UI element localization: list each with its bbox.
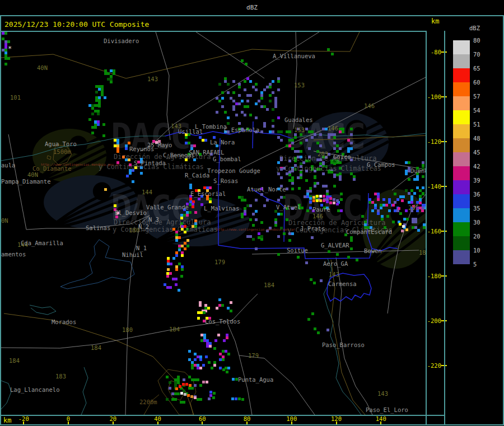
radar-echo-pixel (221, 91, 224, 94)
radar-echo-pixel (280, 139, 283, 142)
radar-echo-pixel (260, 91, 263, 94)
map-route-number: 146 (328, 125, 338, 132)
radar-echo-pixel (238, 94, 241, 97)
radar-echo-pixel (333, 185, 336, 188)
radar-echo-pixel (327, 48, 330, 51)
radar-echo-pixel (368, 201, 371, 204)
radar-echo-pixel (204, 304, 207, 307)
radar-echo-pixel (300, 133, 302, 136)
map-place-label: Goico (333, 154, 351, 160)
radar-echo-pixel (377, 212, 380, 215)
radar-echo-pixel (408, 192, 410, 195)
radar-echo-pixel (316, 199, 319, 202)
radar-echo-pixel (218, 298, 221, 301)
map-route-number: 18 (419, 250, 426, 256)
radar-echo-pixel (394, 193, 396, 195)
radar-map-canvas[interactable]: DACCDACCDACCDACC Dirección de Agricultur… (1, 31, 426, 415)
radar-echo-pixel (328, 250, 330, 253)
radar-echo-pixel (309, 197, 312, 200)
map-place-label: Paure (312, 207, 330, 213)
radar-echo-pixel (206, 345, 209, 348)
radar-echo-pixel (263, 125, 266, 128)
radar-echo-pixel (235, 397, 237, 400)
radar-echo-pixel (274, 102, 277, 105)
map-place-label: Cda_Amarilla (21, 240, 63, 246)
radar-echo-pixel (181, 268, 184, 271)
radar-echo-pixel (186, 214, 189, 217)
radar-echo-pixel (192, 205, 194, 208)
radar-echo-pixel (298, 187, 301, 190)
radar-echo-pixel (241, 216, 244, 218)
radar-echo-pixel (260, 193, 263, 196)
radar-echo-pixel (244, 114, 246, 116)
map-place-label: Carmensa (328, 281, 357, 287)
radar-echo-pixel (88, 118, 91, 121)
radar-echo-pixel (102, 123, 105, 126)
radar-echo-pixel (414, 221, 417, 223)
radar-echo-pixel (308, 147, 311, 150)
radar-echo-pixel (410, 195, 413, 198)
radar-echo-pixel (313, 282, 316, 284)
radar-echo-pixel (311, 236, 314, 239)
radar-echo-pixel (211, 367, 213, 369)
legend-color-swatch (453, 96, 470, 110)
radar-echo-pixel (399, 195, 402, 198)
radar-echo-pixel (232, 91, 235, 94)
radar-echo-pixel (269, 83, 272, 86)
map-route-number: 179 (214, 259, 225, 265)
radar-echo-pixel (212, 396, 215, 399)
radar-echo-pixel (179, 385, 181, 388)
radar-echo-pixel (226, 334, 228, 336)
radar-echo-pixel (238, 86, 241, 88)
radar-echo-pixel (218, 83, 221, 86)
radar-echo-pixel (326, 190, 329, 193)
radar-echo-pixel (333, 198, 335, 201)
radar-echo-pixel (7, 57, 10, 60)
map-place-label: J_Prats (300, 226, 325, 232)
radar-echo-pixel (392, 204, 395, 207)
radar-echo-pixel (175, 268, 178, 271)
radar-echo-pixel (249, 114, 252, 116)
radar-echo-pixel (322, 172, 325, 175)
map-place-label: Paso_Barroso (322, 342, 365, 348)
radar-echo-pixel (175, 283, 178, 286)
map-route-number: Co_Diamante (32, 166, 72, 172)
legend-value-label: 57 (473, 93, 480, 100)
radar-echo-pixel (194, 384, 197, 387)
map-place-label: Lag_Llancanelo (10, 387, 60, 393)
radar-echo-pixel (208, 361, 211, 364)
radar-echo-pixel (183, 378, 185, 381)
radar-echo-pixel (231, 397, 234, 400)
radar-echo-pixel (199, 301, 202, 304)
radar-echo-pixel (128, 142, 130, 144)
radar-echo-pixel (333, 147, 336, 150)
radar-echo-pixel (294, 133, 297, 136)
radar-echo-pixel (286, 130, 288, 133)
radar-echo-pixel (244, 88, 246, 91)
radar-echo-pixel (216, 307, 218, 310)
radar-echo-pixel (340, 209, 343, 212)
radar-echo-pixel (347, 256, 350, 259)
radar-echo-pixel (178, 245, 181, 247)
road-secondary-line (314, 135, 426, 140)
radar-echo-pixel (241, 199, 244, 202)
radar-echo-pixel (277, 80, 280, 83)
radar-echo-pixel (188, 376, 191, 378)
radar-echo-pixel (102, 134, 105, 137)
radar-echo-pixel (405, 172, 408, 175)
map-place-label: Guadales (284, 117, 313, 123)
road-primary-line (239, 355, 252, 415)
legend-color-swatch (453, 40, 470, 54)
radar-echo-pixel (328, 136, 330, 139)
radar-echo-pixel (300, 174, 302, 176)
radar-echo-pixel (244, 210, 246, 213)
legend-title: dBZ (469, 25, 480, 31)
radar-echo-pixel (244, 105, 246, 108)
radar-echo-pixel (255, 102, 258, 105)
legend-value-label: 65 (473, 65, 480, 72)
radar-echo-pixel (266, 86, 269, 88)
radar-echo-pixel (97, 120, 100, 123)
map-place-label: El_Desvio (115, 210, 147, 216)
map-route-number: 40N (27, 172, 38, 178)
radar-echo-pixel (333, 174, 336, 176)
